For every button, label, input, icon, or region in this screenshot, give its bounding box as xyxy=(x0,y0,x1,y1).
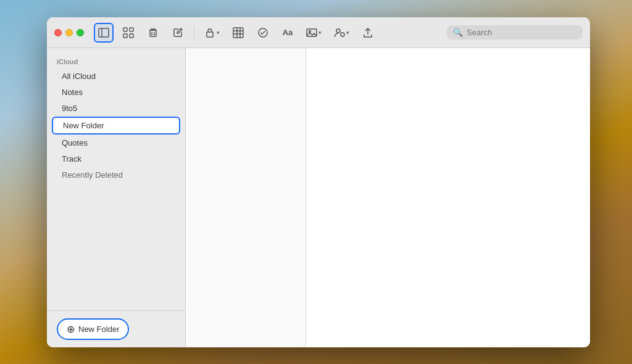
collaborate-button[interactable]: ▾ xyxy=(330,23,353,43)
search-icon: 🔍 xyxy=(453,28,463,37)
sidebar-content: iCloud All iCloud Notes 9to5 New Folder … xyxy=(47,48,185,310)
format-button[interactable]: Aa xyxy=(278,23,297,43)
search-bar: 🔍 xyxy=(447,25,583,39)
sidebar-item-notes[interactable]: Notes xyxy=(52,85,180,100)
format-label: Aa xyxy=(283,28,293,37)
search-input[interactable] xyxy=(467,28,576,37)
gallery-view-button[interactable] xyxy=(118,23,138,43)
checklist-button[interactable] xyxy=(253,23,273,43)
delete-button[interactable] xyxy=(143,23,163,43)
svg-rect-0 xyxy=(99,28,109,37)
traffic-lights xyxy=(54,29,84,36)
plus-icon: ⊕ xyxy=(67,323,75,335)
sidebar-toggle-button[interactable] xyxy=(94,23,114,43)
svg-rect-3 xyxy=(130,28,133,31)
new-folder-button[interactable]: ⊕ New Folder xyxy=(57,318,129,340)
svg-rect-6 xyxy=(150,30,156,36)
main-content: iCloud All iCloud Notes 9to5 New Folder … xyxy=(47,48,590,347)
lock-button[interactable]: ▾ xyxy=(201,23,223,43)
note-content-area xyxy=(306,48,590,347)
sidebar-item-recently-deleted[interactable]: Recently Deleted xyxy=(52,167,180,183)
svg-rect-16 xyxy=(307,29,317,36)
svg-rect-9 xyxy=(207,32,213,37)
close-button[interactable] xyxy=(54,29,62,36)
sidebar-item-quotes[interactable]: Quotes xyxy=(52,135,180,151)
sidebar-item-9to5[interactable]: 9to5 xyxy=(52,101,180,116)
share-button[interactable] xyxy=(358,23,378,43)
notes-window: ▾ Aa ▾ xyxy=(47,17,590,347)
new-folder-button-label: New Folder xyxy=(78,325,119,334)
svg-point-19 xyxy=(341,33,344,36)
sidebar-item-all-icloud[interactable]: All iCloud xyxy=(52,68,180,84)
minimize-button[interactable] xyxy=(65,29,73,36)
media-button[interactable]: ▾ xyxy=(302,23,325,43)
sidebar-footer: ⊕ New Folder xyxy=(47,310,185,347)
table-button[interactable] xyxy=(228,23,248,43)
svg-point-18 xyxy=(336,29,340,33)
compose-button[interactable] xyxy=(168,23,188,43)
sidebar-item-new-folder[interactable]: New Folder xyxy=(52,117,180,134)
sidebar-item-track[interactable]: Track xyxy=(52,151,180,167)
sidebar: iCloud All iCloud Notes 9to5 New Folder … xyxy=(47,48,186,347)
maximize-button[interactable] xyxy=(77,29,84,36)
sidebar-section-icloud: iCloud xyxy=(47,56,185,68)
separator-1 xyxy=(194,27,194,39)
svg-rect-5 xyxy=(130,34,133,38)
svg-rect-10 xyxy=(233,28,243,38)
notes-list-panel xyxy=(186,48,306,347)
svg-rect-4 xyxy=(123,34,127,38)
titlebar: ▾ Aa ▾ xyxy=(47,17,590,48)
svg-rect-2 xyxy=(123,28,127,31)
